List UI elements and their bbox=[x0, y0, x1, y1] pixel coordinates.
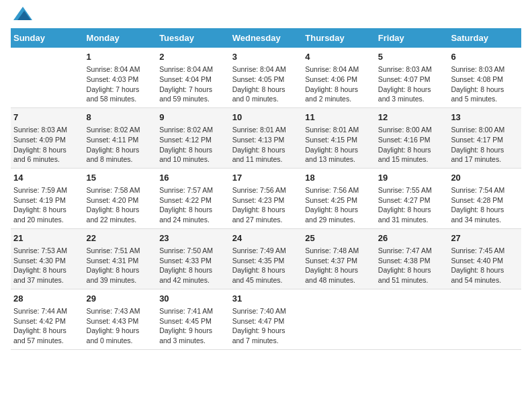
day-number: 17 bbox=[232, 172, 300, 184]
day-info-line: Sunset: 4:04 PM bbox=[159, 75, 227, 85]
day-number: 30 bbox=[159, 293, 227, 305]
day-info-line: Sunrise: 7:54 AM bbox=[451, 185, 519, 195]
day-info-line: Sunrise: 8:02 AM bbox=[159, 125, 227, 135]
day-info-line: Sunrise: 7:51 AM bbox=[87, 246, 154, 256]
day-info-line: and 42 minutes. bbox=[159, 275, 227, 285]
header-wednesday: Wednesday bbox=[230, 28, 303, 48]
day-info-line: Sunrise: 7:40 AM bbox=[232, 306, 300, 316]
day-info-line: Sunset: 4:22 PM bbox=[159, 195, 227, 205]
day-info-line: Daylight: 8 hours bbox=[305, 265, 373, 275]
day-info-line: Daylight: 8 hours bbox=[451, 145, 519, 155]
calendar-cell: 23Sunrise: 7:50 AMSunset: 4:33 PMDayligh… bbox=[157, 228, 230, 289]
day-info-line: Sunrise: 8:01 AM bbox=[305, 125, 373, 135]
day-info-line: Daylight: 8 hours bbox=[451, 205, 519, 215]
day-number: 9 bbox=[159, 111, 227, 124]
day-info-line: and 39 minutes. bbox=[87, 275, 154, 285]
day-info-line: Sunset: 4:09 PM bbox=[13, 135, 81, 145]
day-info-line: and 20 minutes. bbox=[13, 215, 81, 225]
calendar-cell: 21Sunrise: 7:53 AMSunset: 4:30 PMDayligh… bbox=[11, 228, 84, 289]
day-info-line: Sunrise: 7:55 AM bbox=[378, 185, 446, 195]
calendar-cell: 6Sunrise: 8:03 AMSunset: 4:08 PMDaylight… bbox=[448, 48, 521, 107]
day-info-line: and 11 minutes. bbox=[232, 154, 300, 165]
day-number: 23 bbox=[159, 232, 227, 244]
day-info-line: and 5 minutes. bbox=[451, 94, 519, 104]
day-info-line: Sunset: 4:11 PM bbox=[87, 135, 154, 145]
calendar-cell: 27Sunrise: 7:45 AMSunset: 4:40 PMDayligh… bbox=[448, 228, 521, 289]
calendar-cell: 10Sunrise: 8:01 AMSunset: 4:13 PMDayligh… bbox=[230, 107, 303, 168]
calendar-week-1: 1Sunrise: 8:04 AMSunset: 4:03 PMDaylight… bbox=[11, 48, 521, 107]
day-info-line: Sunset: 4:08 PM bbox=[451, 75, 519, 85]
calendar-cell: 29Sunrise: 7:43 AMSunset: 4:43 PMDayligh… bbox=[84, 289, 157, 349]
day-info-line: Sunset: 4:38 PM bbox=[378, 256, 446, 266]
day-info-line: Daylight: 8 hours bbox=[378, 265, 446, 275]
day-info-line: Sunset: 4:27 PM bbox=[378, 195, 446, 205]
day-info-line: Sunrise: 7:56 AM bbox=[232, 185, 300, 195]
day-info-line: Sunset: 4:43 PM bbox=[87, 316, 154, 326]
calendar-cell: 22Sunrise: 7:51 AMSunset: 4:31 PMDayligh… bbox=[84, 228, 157, 289]
day-number: 10 bbox=[232, 111, 300, 124]
day-info-line: Daylight: 8 hours bbox=[87, 145, 154, 155]
day-info-line: Sunrise: 8:04 AM bbox=[232, 64, 300, 75]
day-info-line: Sunrise: 8:04 AM bbox=[159, 64, 227, 75]
calendar-cell bbox=[375, 289, 449, 349]
day-info-line: Sunrise: 8:03 AM bbox=[378, 64, 446, 75]
day-number: 15 bbox=[87, 172, 154, 184]
day-number: 13 bbox=[451, 111, 519, 124]
calendar-header-row: SundayMondayTuesdayWednesdayThursdayFrid… bbox=[11, 28, 521, 48]
day-info-line: Sunrise: 8:02 AM bbox=[87, 125, 154, 135]
day-info-line: Sunrise: 8:00 AM bbox=[378, 125, 446, 135]
day-info-line: Sunrise: 8:04 AM bbox=[87, 64, 154, 75]
day-info-line: Daylight: 8 hours bbox=[305, 85, 373, 95]
day-number: 5 bbox=[378, 51, 446, 63]
header-sunday: Sunday bbox=[11, 28, 84, 48]
calendar-cell: 28Sunrise: 7:44 AMSunset: 4:42 PMDayligh… bbox=[11, 289, 84, 349]
day-info-line: and 34 minutes. bbox=[451, 215, 519, 225]
day-info-line: Daylight: 8 hours bbox=[305, 145, 373, 155]
day-info-line: and 24 minutes. bbox=[159, 215, 227, 225]
day-info-line: Daylight: 8 hours bbox=[13, 265, 81, 275]
day-info-line: Daylight: 9 hours bbox=[232, 326, 300, 336]
day-info-line: Sunset: 4:37 PM bbox=[305, 256, 373, 266]
day-number: 18 bbox=[305, 172, 373, 184]
day-number: 3 bbox=[232, 51, 300, 63]
day-info-line: Sunset: 4:12 PM bbox=[159, 135, 227, 145]
day-info-line: Sunset: 4:17 PM bbox=[451, 135, 519, 145]
calendar-table: SundayMondayTuesdayWednesdayThursdayFrid… bbox=[11, 28, 521, 350]
day-info-line: Sunrise: 8:01 AM bbox=[232, 125, 300, 135]
day-info-line: Sunrise: 7:47 AM bbox=[378, 246, 446, 256]
day-number: 19 bbox=[378, 172, 446, 184]
day-info-line: Sunset: 4:45 PM bbox=[159, 316, 227, 326]
calendar-cell: 1Sunrise: 8:04 AMSunset: 4:03 PMDaylight… bbox=[84, 48, 157, 107]
day-number: 8 bbox=[87, 111, 154, 124]
day-number: 20 bbox=[451, 172, 519, 184]
day-info-line: and 15 minutes. bbox=[378, 154, 446, 165]
day-info-line: and 22 minutes. bbox=[87, 215, 154, 225]
day-number: 14 bbox=[13, 172, 81, 184]
day-number: 16 bbox=[159, 172, 227, 184]
calendar-cell: 18Sunrise: 7:56 AMSunset: 4:25 PMDayligh… bbox=[302, 168, 375, 228]
day-info-line: and 6 minutes. bbox=[13, 154, 81, 165]
day-info-line: Daylight: 8 hours bbox=[13, 205, 81, 215]
header-saturday: Saturday bbox=[448, 28, 521, 48]
day-info-line: Sunrise: 7:58 AM bbox=[87, 185, 154, 195]
calendar-cell: 12Sunrise: 8:00 AMSunset: 4:16 PMDayligh… bbox=[375, 107, 449, 168]
calendar-cell: 8Sunrise: 8:02 AMSunset: 4:11 PMDaylight… bbox=[84, 107, 157, 168]
day-number: 25 bbox=[305, 232, 373, 244]
day-info-line: Sunset: 4:07 PM bbox=[378, 75, 446, 85]
day-info-line: Sunrise: 7:53 AM bbox=[13, 246, 81, 256]
day-info-line: Daylight: 8 hours bbox=[232, 145, 300, 155]
day-info-line: Daylight: 8 hours bbox=[378, 145, 446, 155]
day-number: 31 bbox=[232, 293, 300, 305]
day-info-line: Daylight: 7 hours bbox=[87, 85, 154, 95]
day-info-line: Sunrise: 7:41 AM bbox=[159, 306, 227, 316]
day-info-line: Sunrise: 7:48 AM bbox=[305, 246, 373, 256]
day-info-line: and 54 minutes. bbox=[451, 275, 519, 285]
calendar-cell: 19Sunrise: 7:55 AMSunset: 4:27 PMDayligh… bbox=[375, 168, 449, 228]
day-info-line: Sunrise: 7:45 AM bbox=[451, 246, 519, 256]
day-info-line: and 8 minutes. bbox=[87, 154, 154, 165]
day-info-line: and 45 minutes. bbox=[232, 275, 300, 285]
calendar-cell bbox=[302, 289, 375, 349]
calendar-cell: 14Sunrise: 7:59 AMSunset: 4:19 PMDayligh… bbox=[11, 168, 84, 228]
day-number: 6 bbox=[451, 51, 519, 63]
day-number: 24 bbox=[232, 232, 300, 244]
